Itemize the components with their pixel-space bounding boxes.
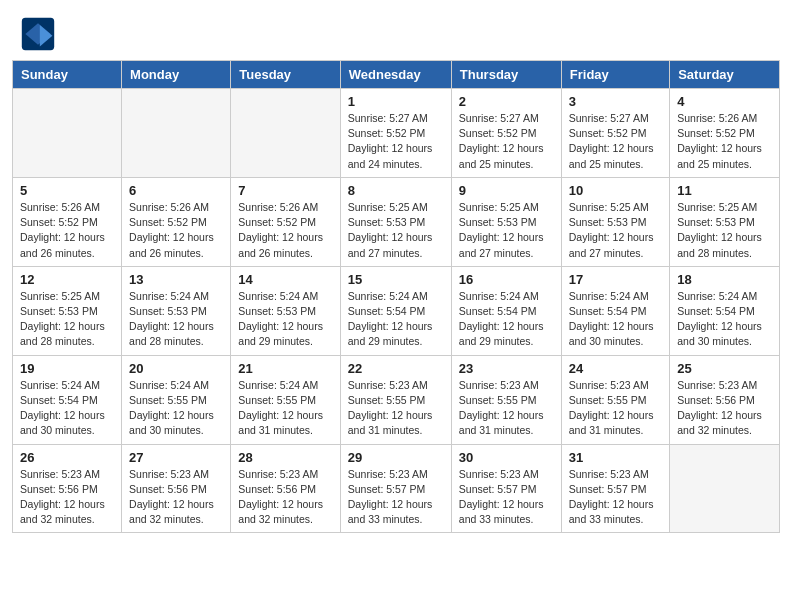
calendar-cell — [231, 89, 340, 178]
calendar-cell: 27Sunrise: 5:23 AM Sunset: 5:56 PM Dayli… — [122, 444, 231, 533]
day-number: 8 — [348, 183, 444, 198]
day-header-wednesday: Wednesday — [340, 61, 451, 89]
calendar-cell — [122, 89, 231, 178]
calendar-cell: 8Sunrise: 5:25 AM Sunset: 5:53 PM Daylig… — [340, 177, 451, 266]
calendar-cell: 30Sunrise: 5:23 AM Sunset: 5:57 PM Dayli… — [451, 444, 561, 533]
day-info: Sunrise: 5:23 AM Sunset: 5:56 PM Dayligh… — [677, 378, 772, 439]
day-info: Sunrise: 5:24 AM Sunset: 5:53 PM Dayligh… — [129, 289, 223, 350]
day-info: Sunrise: 5:27 AM Sunset: 5:52 PM Dayligh… — [459, 111, 554, 172]
calendar-cell: 4Sunrise: 5:26 AM Sunset: 5:52 PM Daylig… — [670, 89, 780, 178]
calendar-wrap: SundayMondayTuesdayWednesdayThursdayFrid… — [0, 60, 792, 545]
day-number: 25 — [677, 361, 772, 376]
day-header-sunday: Sunday — [13, 61, 122, 89]
calendar-cell: 14Sunrise: 5:24 AM Sunset: 5:53 PM Dayli… — [231, 266, 340, 355]
calendar-cell: 18Sunrise: 5:24 AM Sunset: 5:54 PM Dayli… — [670, 266, 780, 355]
calendar-cell: 29Sunrise: 5:23 AM Sunset: 5:57 PM Dayli… — [340, 444, 451, 533]
calendar-cell: 21Sunrise: 5:24 AM Sunset: 5:55 PM Dayli… — [231, 355, 340, 444]
day-info: Sunrise: 5:24 AM Sunset: 5:54 PM Dayligh… — [20, 378, 114, 439]
calendar-cell: 22Sunrise: 5:23 AM Sunset: 5:55 PM Dayli… — [340, 355, 451, 444]
calendar-cell: 23Sunrise: 5:23 AM Sunset: 5:55 PM Dayli… — [451, 355, 561, 444]
day-number: 20 — [129, 361, 223, 376]
day-info: Sunrise: 5:24 AM Sunset: 5:54 PM Dayligh… — [677, 289, 772, 350]
calendar-cell: 26Sunrise: 5:23 AM Sunset: 5:56 PM Dayli… — [13, 444, 122, 533]
calendar-cell: 28Sunrise: 5:23 AM Sunset: 5:56 PM Dayli… — [231, 444, 340, 533]
day-info: Sunrise: 5:25 AM Sunset: 5:53 PM Dayligh… — [569, 200, 662, 261]
day-header-monday: Monday — [122, 61, 231, 89]
week-row-2: 5Sunrise: 5:26 AM Sunset: 5:52 PM Daylig… — [13, 177, 780, 266]
day-info: Sunrise: 5:23 AM Sunset: 5:55 PM Dayligh… — [348, 378, 444, 439]
day-info: Sunrise: 5:24 AM Sunset: 5:54 PM Dayligh… — [459, 289, 554, 350]
week-row-5: 26Sunrise: 5:23 AM Sunset: 5:56 PM Dayli… — [13, 444, 780, 533]
calendar-cell: 16Sunrise: 5:24 AM Sunset: 5:54 PM Dayli… — [451, 266, 561, 355]
calendar-header-row: SundayMondayTuesdayWednesdayThursdayFrid… — [13, 61, 780, 89]
day-number: 7 — [238, 183, 332, 198]
week-row-4: 19Sunrise: 5:24 AM Sunset: 5:54 PM Dayli… — [13, 355, 780, 444]
day-info: Sunrise: 5:24 AM Sunset: 5:53 PM Dayligh… — [238, 289, 332, 350]
calendar-cell: 10Sunrise: 5:25 AM Sunset: 5:53 PM Dayli… — [561, 177, 669, 266]
day-number: 14 — [238, 272, 332, 287]
day-info: Sunrise: 5:26 AM Sunset: 5:52 PM Dayligh… — [677, 111, 772, 172]
calendar-cell: 20Sunrise: 5:24 AM Sunset: 5:55 PM Dayli… — [122, 355, 231, 444]
day-number: 1 — [348, 94, 444, 109]
day-number: 29 — [348, 450, 444, 465]
page-header — [0, 0, 792, 60]
calendar-cell: 19Sunrise: 5:24 AM Sunset: 5:54 PM Dayli… — [13, 355, 122, 444]
day-info: Sunrise: 5:26 AM Sunset: 5:52 PM Dayligh… — [129, 200, 223, 261]
day-info: Sunrise: 5:27 AM Sunset: 5:52 PM Dayligh… — [569, 111, 662, 172]
day-info: Sunrise: 5:25 AM Sunset: 5:53 PM Dayligh… — [348, 200, 444, 261]
day-info: Sunrise: 5:23 AM Sunset: 5:57 PM Dayligh… — [459, 467, 554, 528]
day-number: 4 — [677, 94, 772, 109]
day-number: 24 — [569, 361, 662, 376]
day-info: Sunrise: 5:25 AM Sunset: 5:53 PM Dayligh… — [20, 289, 114, 350]
day-number: 26 — [20, 450, 114, 465]
day-info: Sunrise: 5:23 AM Sunset: 5:56 PM Dayligh… — [20, 467, 114, 528]
calendar-cell: 5Sunrise: 5:26 AM Sunset: 5:52 PM Daylig… — [13, 177, 122, 266]
calendar-table: SundayMondayTuesdayWednesdayThursdayFrid… — [12, 60, 780, 533]
day-number: 12 — [20, 272, 114, 287]
day-number: 11 — [677, 183, 772, 198]
calendar-cell: 6Sunrise: 5:26 AM Sunset: 5:52 PM Daylig… — [122, 177, 231, 266]
day-number: 6 — [129, 183, 223, 198]
calendar-cell — [13, 89, 122, 178]
logo-icon — [20, 16, 56, 52]
day-info: Sunrise: 5:24 AM Sunset: 5:55 PM Dayligh… — [238, 378, 332, 439]
day-info: Sunrise: 5:25 AM Sunset: 5:53 PM Dayligh… — [677, 200, 772, 261]
calendar-cell: 3Sunrise: 5:27 AM Sunset: 5:52 PM Daylig… — [561, 89, 669, 178]
day-number: 9 — [459, 183, 554, 198]
day-info: Sunrise: 5:24 AM Sunset: 5:55 PM Dayligh… — [129, 378, 223, 439]
day-header-tuesday: Tuesday — [231, 61, 340, 89]
day-info: Sunrise: 5:26 AM Sunset: 5:52 PM Dayligh… — [20, 200, 114, 261]
day-number: 23 — [459, 361, 554, 376]
day-number: 3 — [569, 94, 662, 109]
calendar-cell: 31Sunrise: 5:23 AM Sunset: 5:57 PM Dayli… — [561, 444, 669, 533]
calendar-cell: 25Sunrise: 5:23 AM Sunset: 5:56 PM Dayli… — [670, 355, 780, 444]
day-info: Sunrise: 5:24 AM Sunset: 5:54 PM Dayligh… — [348, 289, 444, 350]
day-header-saturday: Saturday — [670, 61, 780, 89]
day-number: 19 — [20, 361, 114, 376]
day-number: 2 — [459, 94, 554, 109]
day-number: 28 — [238, 450, 332, 465]
day-info: Sunrise: 5:24 AM Sunset: 5:54 PM Dayligh… — [569, 289, 662, 350]
day-number: 21 — [238, 361, 332, 376]
week-row-3: 12Sunrise: 5:25 AM Sunset: 5:53 PM Dayli… — [13, 266, 780, 355]
calendar-cell: 1Sunrise: 5:27 AM Sunset: 5:52 PM Daylig… — [340, 89, 451, 178]
day-number: 22 — [348, 361, 444, 376]
day-number: 17 — [569, 272, 662, 287]
calendar-cell: 17Sunrise: 5:24 AM Sunset: 5:54 PM Dayli… — [561, 266, 669, 355]
day-info: Sunrise: 5:23 AM Sunset: 5:55 PM Dayligh… — [459, 378, 554, 439]
day-number: 10 — [569, 183, 662, 198]
day-info: Sunrise: 5:25 AM Sunset: 5:53 PM Dayligh… — [459, 200, 554, 261]
calendar-cell: 7Sunrise: 5:26 AM Sunset: 5:52 PM Daylig… — [231, 177, 340, 266]
day-number: 30 — [459, 450, 554, 465]
calendar-cell: 9Sunrise: 5:25 AM Sunset: 5:53 PM Daylig… — [451, 177, 561, 266]
day-info: Sunrise: 5:23 AM Sunset: 5:57 PM Dayligh… — [569, 467, 662, 528]
calendar-cell: 13Sunrise: 5:24 AM Sunset: 5:53 PM Dayli… — [122, 266, 231, 355]
day-number: 27 — [129, 450, 223, 465]
day-number: 15 — [348, 272, 444, 287]
day-info: Sunrise: 5:26 AM Sunset: 5:52 PM Dayligh… — [238, 200, 332, 261]
day-number: 5 — [20, 183, 114, 198]
calendar-cell: 12Sunrise: 5:25 AM Sunset: 5:53 PM Dayli… — [13, 266, 122, 355]
calendar-cell: 2Sunrise: 5:27 AM Sunset: 5:52 PM Daylig… — [451, 89, 561, 178]
day-header-thursday: Thursday — [451, 61, 561, 89]
calendar-cell: 24Sunrise: 5:23 AM Sunset: 5:55 PM Dayli… — [561, 355, 669, 444]
